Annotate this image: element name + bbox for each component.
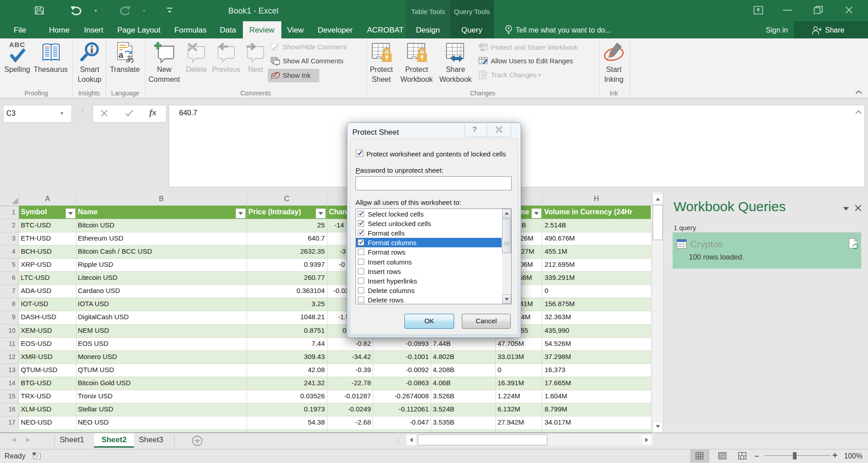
svg-text:あ: あ: [126, 54, 134, 63]
svg-text:a: a: [119, 50, 123, 60]
